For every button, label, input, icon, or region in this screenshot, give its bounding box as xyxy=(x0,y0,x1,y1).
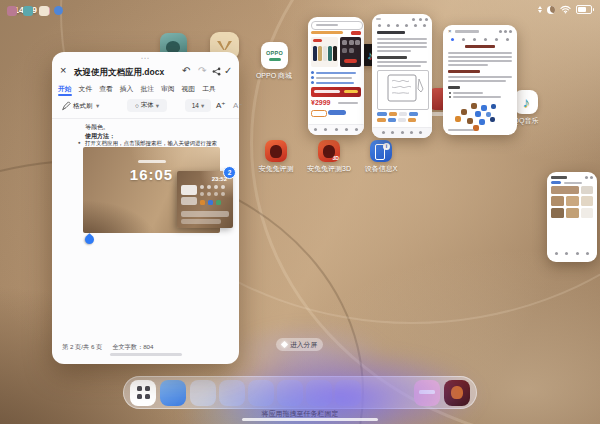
qq-music-app-icon[interactable]: ♪ xyxy=(514,90,538,114)
table-cell xyxy=(409,112,418,116)
antutu-app-icon[interactable] xyxy=(265,140,287,162)
promo-thumb xyxy=(342,48,347,53)
confirm-button[interactable]: ✓ xyxy=(224,66,232,76)
oppo-store-app-icon[interactable]: OPPO xyxy=(261,42,288,69)
antutu-3d-app-label: 安兔兔评测3D xyxy=(307,164,351,174)
toolbar-skeleton xyxy=(376,18,381,20)
close-button[interactable]: × xyxy=(60,65,66,76)
bullet-dot xyxy=(449,96,451,98)
pink-app-label-skeleton xyxy=(419,390,435,394)
tab-start[interactable]: 开始 xyxy=(58,84,72,94)
undo-button[interactable]: ↶ xyxy=(182,66,190,76)
text-skeleton xyxy=(453,96,501,98)
mini-tab-row xyxy=(451,38,509,41)
text-selection-handle[interactable] xyxy=(83,233,96,246)
document-window[interactable]: ⋯ × 欢迎使用文档应用.docx ↶ ↷ ✓ 开始 文件 查看 插入 批注 审… xyxy=(52,52,239,364)
toolbar-divider xyxy=(52,118,239,119)
home-indicator[interactable] xyxy=(242,418,378,421)
format-painter-button[interactable]: 格式刷 xyxy=(73,102,93,111)
folder-mini-icon xyxy=(23,6,33,16)
tab-layout[interactable]: 视图 xyxy=(182,84,196,94)
store-search-bar[interactable] xyxy=(311,21,363,30)
control-tile xyxy=(181,185,197,195)
table-cell xyxy=(377,118,386,122)
antutu-3d-app-icon[interactable]: 3D xyxy=(318,140,340,162)
word-count: 全文字数：804 xyxy=(112,343,153,352)
window-handle-icon[interactable]: ⋯ xyxy=(52,53,239,63)
dock-app-icon[interactable] xyxy=(248,380,274,406)
dock-app-icon[interactable] xyxy=(190,380,216,406)
bullet-text: 打开文档应用，点击顶部搜索栏，输入关键词进行搜索 xyxy=(85,140,217,147)
new-product-tag xyxy=(313,39,322,42)
tab-comment[interactable]: 批注 xyxy=(140,84,154,94)
dock-app-icon[interactable] xyxy=(306,380,332,406)
toolbar-icons xyxy=(412,18,428,21)
gallery-mini-window[interactable] xyxy=(547,172,597,262)
text-skeleton xyxy=(316,77,352,79)
doc-subheading-skeleton xyxy=(448,70,480,73)
banner-text-skeleton xyxy=(314,90,340,93)
sparkle-icon xyxy=(281,341,288,348)
text-skeleton xyxy=(448,52,512,54)
share-button[interactable] xyxy=(212,67,221,78)
promo-thumb xyxy=(342,40,347,45)
phone-thumb xyxy=(328,46,332,61)
window-resize-handle[interactable] xyxy=(110,353,182,356)
share-icon xyxy=(212,67,221,76)
device-info-app-icon[interactable]: i xyxy=(370,140,392,162)
dock-folder-icon[interactable] xyxy=(160,380,186,406)
mini-app-icon xyxy=(200,200,205,205)
doc-title-skeleton xyxy=(465,45,495,48)
bottom-bar-icons xyxy=(382,131,422,134)
text-skeleton xyxy=(564,182,582,184)
link-bullet xyxy=(311,76,314,79)
store-mini-window[interactable]: ¥2999 xyxy=(308,17,364,135)
table-cell xyxy=(377,112,387,116)
tab-view[interactable]: 查看 xyxy=(99,84,113,94)
store-notice-skeleton xyxy=(311,31,343,34)
font-size-select[interactable]: 14 ▾ xyxy=(185,99,211,112)
photo-thumb xyxy=(581,186,593,194)
toggle-dot xyxy=(221,185,225,189)
antutu-app-label: 安兔兔评测 xyxy=(259,164,294,174)
gallery-pagination[interactable] xyxy=(555,252,589,255)
info-icon: i xyxy=(383,143,390,150)
tab-tools[interactable]: 工具 xyxy=(202,84,216,94)
radio-circle-icon: ○ xyxy=(135,102,139,109)
mini-close-icon[interactable]: × xyxy=(448,28,452,34)
dock-app-icon[interactable] xyxy=(219,380,245,406)
photo-thumb xyxy=(566,196,579,206)
tab-insert[interactable]: 插入 xyxy=(120,84,134,94)
photo-thumb xyxy=(551,208,564,218)
increase-font-button[interactable]: A⁺ xyxy=(216,101,226,110)
dock-app-icon[interactable] xyxy=(277,380,303,406)
decrease-font-button[interactable]: A⁻ xyxy=(233,101,243,110)
tab-file[interactable]: 文件 xyxy=(79,84,93,94)
cluster-icon xyxy=(461,109,467,115)
dock-app-icon[interactable] xyxy=(335,380,361,406)
device-info-app-label: 设备信息X xyxy=(365,164,398,174)
oppo-logo-bar xyxy=(269,58,281,61)
app-drawer-icon[interactable] xyxy=(130,380,156,406)
font-family-select[interactable]: ○ 宋体 ▾ xyxy=(127,99,167,112)
promo-button[interactable] xyxy=(344,59,357,63)
text-skeleton xyxy=(448,60,512,62)
link-skeleton xyxy=(316,82,354,84)
control-tile xyxy=(181,197,197,205)
doc-heading-skeleton xyxy=(377,31,405,34)
data-sync-icon xyxy=(538,6,542,13)
notes-mini-window-2[interactable]: × xyxy=(443,25,517,135)
photo-thumb xyxy=(581,196,593,206)
tablet-home-screen: 14:09 OPPO OPPO 商城 安兔兔评测 3D 安兔兔评测3D i 设备… xyxy=(0,0,600,424)
notes-mini-window-1[interactable] xyxy=(372,14,432,138)
toast-text: 进入分屏 xyxy=(290,340,317,350)
status-icons xyxy=(538,5,592,14)
toggle-dot xyxy=(200,185,204,189)
tab-review[interactable]: 审阅 xyxy=(161,84,175,94)
dock-red-app-icon[interactable] xyxy=(444,380,470,406)
text-skeleton xyxy=(316,24,338,26)
embedded-overlay-screenshot[interactable]: 23:52 xyxy=(177,171,233,228)
dock-pink-app-icon[interactable] xyxy=(414,380,440,406)
text-skeleton xyxy=(377,50,411,52)
redo-button[interactable]: ↷ xyxy=(198,66,206,76)
